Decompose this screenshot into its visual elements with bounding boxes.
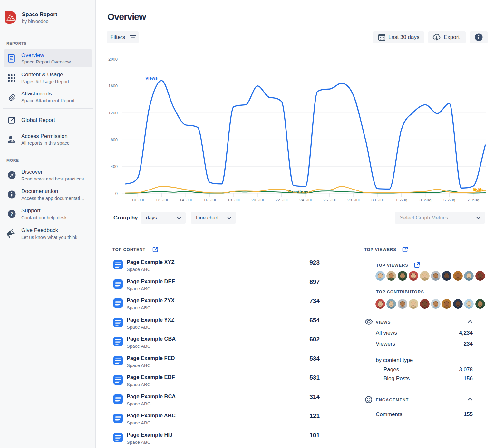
svg-text:22. Jul: 22. Jul bbox=[275, 198, 287, 202]
svg-text:2000: 2000 bbox=[108, 57, 118, 62]
svg-text:18. Jul: 18. Jul bbox=[228, 198, 240, 202]
svg-text:20. Jul: 20. Jul bbox=[251, 198, 264, 202]
svg-text:Edits: Edits bbox=[473, 187, 484, 192]
svg-text:3. Aug: 3. Aug bbox=[420, 198, 432, 202]
svg-text:1600: 1600 bbox=[108, 83, 118, 88]
svg-text:400: 400 bbox=[111, 164, 118, 169]
svg-text:1200: 1200 bbox=[108, 111, 118, 115]
svg-text:Creations: Creations bbox=[288, 190, 308, 194]
svg-text:10. Jul: 10. Jul bbox=[131, 198, 144, 202]
svg-text:800: 800 bbox=[111, 137, 118, 142]
svg-text:5. Aug: 5. Aug bbox=[443, 198, 455, 202]
svg-text:?: ? bbox=[10, 211, 13, 217]
svg-text:30. Jul: 30. Jul bbox=[371, 198, 383, 202]
svg-text:26. Jul: 26. Jul bbox=[323, 198, 335, 202]
svg-text:14. Jul: 14. Jul bbox=[180, 198, 192, 202]
svg-text:Views: Views bbox=[145, 76, 158, 81]
svg-text:24. Jul: 24. Jul bbox=[299, 198, 312, 202]
svg-text:28. Jul: 28. Jul bbox=[347, 198, 360, 202]
svg-text:16. Jul: 16. Jul bbox=[203, 198, 216, 202]
svg-text:7. Aug: 7. Aug bbox=[467, 198, 479, 202]
svg-text:12. Jul: 12. Jul bbox=[155, 198, 168, 202]
svg-text:1. Aug: 1. Aug bbox=[395, 198, 407, 202]
svg-text:0: 0 bbox=[115, 191, 118, 196]
